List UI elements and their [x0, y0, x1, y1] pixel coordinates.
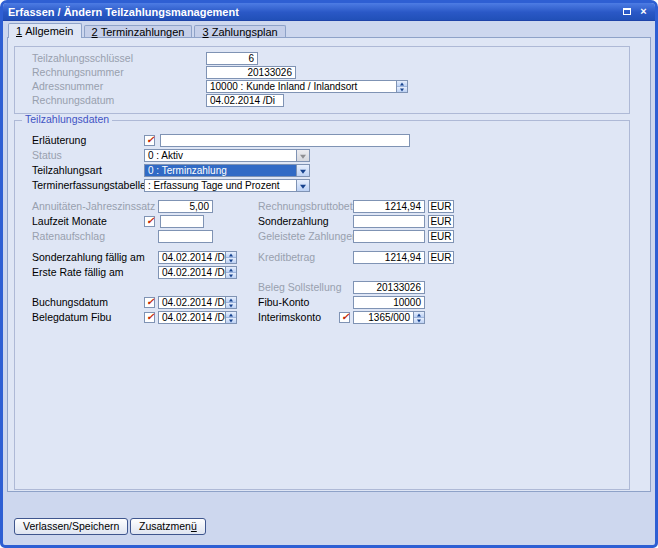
spin-down-button[interactable] [397, 86, 407, 92]
close-button[interactable]: × [637, 6, 650, 18]
dropdown-arrow-icon[interactable] [296, 150, 309, 161]
adressnummer-field[interactable]: 10000 : Kunde Inland / Inlandsort [206, 80, 408, 93]
belegdatum-fibu-label: Belegdatum Fibu [32, 311, 111, 324]
annuitaeten-field[interactable]: 5,00 [158, 200, 213, 213]
status-label: Status [32, 149, 62, 162]
window-title: Erfassen / Ändern Teilzahlungsmanagement [8, 6, 239, 18]
spin-down-button[interactable] [414, 317, 424, 323]
rechnungsdatum-field[interactable]: 04.02.2014 /Di [206, 94, 284, 107]
teilzahlungsart-dropdown[interactable]: 0 : Terminzahlung [144, 164, 310, 177]
sonderzahlung-currency: EUR [428, 215, 454, 228]
kreditbetrag-currency: EUR [428, 251, 454, 264]
fibu-konto-field[interactable]: 10000 [353, 296, 425, 309]
buchungsdatum-checkbox[interactable]: ✓ [144, 297, 155, 308]
tab-mnemonic: 1 [16, 25, 22, 37]
tab-mnemonic: 2 [92, 26, 98, 38]
tab-label: Allgemein [25, 25, 73, 37]
interimskonto-value: 1365/000 [354, 312, 413, 323]
adressnummer-value: 10000 : Kunde Inland / Inlandsort [207, 81, 396, 92]
geleistete-zahlungen-field[interactable] [353, 230, 425, 243]
adressnummer-spinner[interactable] [396, 81, 407, 92]
laufzeit-monate-checkbox[interactable]: ✓ [144, 216, 155, 227]
buchungsdatum-value: 04.02.2014 /Di [159, 297, 225, 308]
dropdown-arrow-icon[interactable] [296, 165, 309, 176]
ratenaufschlag-label: Ratenaufschlag [32, 230, 105, 243]
tab-zahlungsplan[interactable]: 3 Zahlungsplan [194, 25, 285, 37]
restore-icon [623, 8, 631, 15]
spin-down-button[interactable] [226, 317, 236, 323]
interimskonto-spinner[interactable] [413, 312, 424, 323]
erste-rate-value: 04.02.2014 /Di [159, 267, 225, 278]
interimskonto-field[interactable]: 1365/000 [353, 311, 425, 324]
interimskonto-checkbox[interactable]: ✓ [339, 312, 350, 323]
terminerfassungstabelle-value: : Erfassung Tage und Prozent [145, 180, 296, 191]
teilzahlungsschluessel-label: Teilzahlungsschlüssel [32, 52, 133, 65]
teilzahlungsart-value: 0 : Terminzahlung [145, 165, 296, 176]
erlaeuterung-checkbox[interactable]: ✓ [144, 135, 155, 146]
dialog-window: Erfassen / Ändern Teilzahlungsmanagement… [0, 0, 658, 548]
buchungsdatum-label: Buchungsdatum [32, 296, 108, 309]
sonderzahlung-field[interactable] [353, 215, 425, 228]
erlaeuterung-label: Erläuterung [32, 134, 86, 147]
status-value: 0 : Aktiv [145, 150, 296, 161]
tab-terminzahlungen[interactable]: 2 Terminzahlungen [84, 25, 193, 37]
tab-allgemein[interactable]: 1 Allgemein [8, 23, 82, 38]
buchungsdatum-field[interactable]: 04.02.2014 /Di [158, 296, 237, 309]
dropdown-arrow-icon[interactable] [296, 180, 309, 191]
annuitaeten-label: Annuitäten-Jahreszinssatz [32, 200, 155, 213]
checkmark-icon: ✓ [146, 216, 154, 226]
laufzeit-monate-field[interactable] [160, 215, 204, 228]
date-spinner[interactable] [225, 312, 236, 323]
spin-down-button[interactable] [226, 272, 236, 278]
tab-label: Zahlungsplan [212, 26, 278, 38]
rechnungsbruttobetrag-label: Rechnungsbruttobetrag [258, 200, 368, 213]
geleistete-zahlungen-label: Geleistete Zahlungen [258, 230, 358, 243]
zusatzmenu-button[interactable]: Zusatzmenü [130, 518, 206, 535]
sonderzahlung-faellig-label: Sonderzahlung fällig am [32, 251, 145, 264]
kreditbetrag-label: Kreditbetrag [258, 251, 315, 264]
belegdatum-fibu-field[interactable]: 04.02.2014 /Di [158, 311, 237, 324]
interimskonto-label: Interimskonto [258, 311, 321, 324]
terminerfassungstabelle-dropdown[interactable]: : Erfassung Tage und Prozent [144, 179, 310, 192]
zusatzmenu-mnemonic: ü [191, 520, 197, 532]
status-dropdown[interactable]: 0 : Aktiv [144, 149, 310, 162]
checkmark-icon: ✓ [146, 297, 154, 307]
tab-bar: 1 Allgemein 2 Terminzahlungen 3 Zahlungs… [8, 23, 288, 38]
erste-rate-field[interactable]: 04.02.2014 /Di [158, 266, 237, 279]
rechnungsbruttobetrag-field[interactable]: 1214,94 [353, 200, 425, 213]
sonderzahlung-label: Sonderzahlung [258, 215, 329, 228]
window-controls: × [620, 6, 650, 18]
restore-button[interactable] [620, 6, 633, 18]
rechnungsbruttobetrag-currency: EUR [428, 200, 454, 213]
teilzahlungsschluessel-field[interactable]: 6 [206, 52, 258, 65]
belegdatum-fibu-checkbox[interactable]: ✓ [144, 312, 155, 323]
adressnummer-label: Adressnummer [32, 80, 103, 93]
spin-down-button[interactable] [226, 302, 236, 308]
date-spinner[interactable] [225, 252, 236, 263]
teilzahlungsdaten-legend: Teilzahlungsdaten [22, 114, 112, 125]
spin-down-button[interactable] [226, 257, 236, 263]
tab-mnemonic: 3 [202, 26, 208, 38]
sonderzahlung-faellig-field[interactable]: 04.02.2014 /Di [158, 251, 237, 264]
rechnungsnummer-field[interactable]: 20133026 [206, 66, 296, 79]
erlaeuterung-input[interactable] [160, 134, 410, 147]
checkmark-icon: ✓ [341, 312, 349, 322]
beleg-sollstellung-field[interactable]: 20133026 [353, 281, 425, 294]
erste-rate-label: Erste Rate fällig am [32, 266, 124, 279]
ratenaufschlag-field[interactable] [158, 230, 213, 243]
rechnungsnummer-label: Rechnungsnummer [32, 66, 124, 79]
close-icon: × [640, 6, 646, 17]
checkmark-icon: ✓ [146, 135, 154, 145]
geleistete-zahlungen-currency: EUR [428, 230, 454, 243]
title-bar[interactable]: Erfassen / Ändern Teilzahlungsmanagement… [3, 3, 655, 21]
teilzahlungsart-label: Teilzahlungsart [32, 164, 102, 177]
terminerfassungstabelle-label: Terminerfassungstabelle [32, 179, 146, 192]
fibu-konto-label: Fibu-Konto [258, 296, 309, 309]
date-spinner[interactable] [225, 267, 236, 278]
laufzeit-monate-label: Laufzeit Monate [32, 215, 107, 228]
kreditbetrag-field[interactable]: 1214,94 [353, 251, 425, 264]
belegdatum-fibu-value: 04.02.2014 /Di [159, 312, 225, 323]
rechnungsdatum-label: Rechnungsdatum [32, 94, 114, 107]
verlassen-speichern-button[interactable]: Verlassen/Speichern [14, 518, 128, 535]
date-spinner[interactable] [225, 297, 236, 308]
